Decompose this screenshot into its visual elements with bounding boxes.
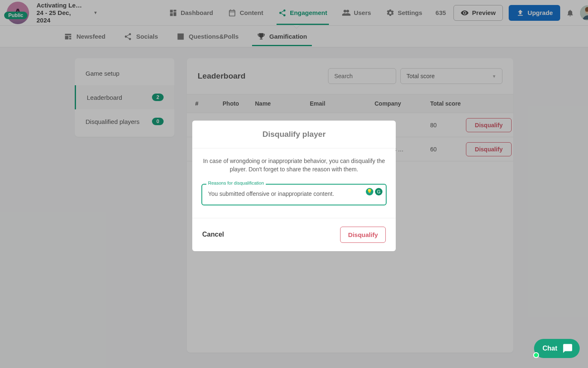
chat-widget[interactable]: Chat [534, 339, 580, 358]
disqualify-modal: Disqualify player In case of wrongdoing … [192, 121, 396, 251]
modal-footer: Cancel Disqualify [192, 218, 396, 251]
chat-label: Chat [542, 345, 557, 352]
modal-description: In case of wrongdoing or inappropriate b… [201, 157, 387, 174]
chat-icon [562, 343, 573, 354]
grammarly-icon[interactable]: G [375, 188, 382, 195]
field-icons: 💡 G [366, 188, 382, 195]
modal-body: In case of wrongdoing or inappropriate b… [192, 148, 396, 218]
reason-label: Reasons for disqualification [206, 180, 266, 185]
modal-title: Disqualify player [192, 121, 396, 148]
cancel-button[interactable]: Cancel [202, 231, 224, 238]
modal-overlay[interactable]: Disqualify player In case of wrongdoing … [0, 0, 588, 368]
lightbulb-icon[interactable]: 💡 [366, 188, 373, 195]
reason-textarea[interactable] [201, 184, 387, 205]
reason-field-wrap: Reasons for disqualification 💡 G [201, 184, 387, 207]
confirm-disqualify-button[interactable]: Disqualify [340, 227, 386, 243]
